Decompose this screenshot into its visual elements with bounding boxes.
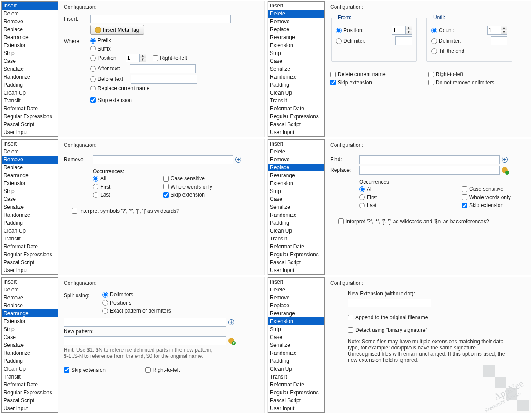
rule-list-item[interactable]: Delete — [268, 286, 324, 294]
rule-list-item[interactable]: Translit — [2, 373, 58, 381]
radio-from-position[interactable]: Position: — [336, 27, 364, 33]
rule-list-item[interactable]: Padding — [268, 219, 324, 227]
rule-list-item[interactable]: Pascal Script — [268, 258, 324, 266]
rule-list-item[interactable]: Strip — [2, 49, 58, 57]
rule-list-item[interactable]: Replace — [268, 164, 324, 171]
rule-list-item[interactable]: Clean Up — [2, 227, 58, 235]
rule-list-item[interactable]: Delete — [2, 286, 58, 294]
rule-list[interactable]: InsertDeleteRemoveReplaceRearrangeExtens… — [268, 277, 325, 413]
rule-list-item[interactable]: Padding — [2, 81, 58, 89]
meta-tag-icon[interactable] — [502, 167, 508, 173]
rule-list-item[interactable]: Remove — [2, 18, 58, 25]
rule-list-item[interactable]: Pascal Script — [2, 258, 58, 266]
after-text-input[interactable] — [130, 64, 196, 73]
rule-list-item[interactable]: Regular Expressions — [2, 251, 58, 258]
rule-list-item[interactable]: Padding — [2, 357, 58, 365]
checkbox-whole-words[interactable]: Whole words only — [462, 194, 511, 200]
radio-last[interactable]: Last — [359, 202, 377, 208]
rule-list-item[interactable]: Pascal Script — [2, 120, 58, 128]
rule-list-item[interactable]: Extension — [2, 179, 58, 187]
radio-before-text[interactable]: Before text: — [90, 75, 197, 84]
rule-list-item[interactable]: Case — [2, 333, 58, 341]
radio-until-count[interactable]: Count: — [431, 27, 454, 33]
rule-list-item[interactable]: Replace — [268, 302, 324, 309]
checkbox-whole-words[interactable]: Whole words only — [163, 184, 212, 190]
radio-first[interactable]: First — [93, 184, 110, 190]
checkbox-detect-binary[interactable]: Detect using "binary signature" — [348, 327, 427, 333]
rule-list-item[interactable]: Replace — [268, 25, 324, 33]
rule-list-item[interactable]: Clean Up — [268, 89, 324, 97]
from-delimiter-input[interactable] — [395, 36, 412, 45]
until-count-spinner[interactable]: ▲▼ — [487, 26, 507, 35]
rule-list-item[interactable]: Reformat Date — [268, 381, 324, 389]
rule-list-item[interactable]: Reformat Date — [268, 243, 324, 251]
rule-list-item[interactable]: User Input — [268, 128, 324, 136]
insert-text-input[interactable] — [90, 15, 231, 23]
radio-until-delimiter[interactable]: Delimiter: — [431, 38, 461, 44]
rule-list-item[interactable]: Insert — [268, 140, 324, 148]
radio-replace-current-name[interactable]: Replace current name — [90, 85, 149, 91]
rule-list-item[interactable]: Case — [2, 57, 58, 65]
rule-list-item[interactable]: Replace — [2, 164, 58, 171]
checkbox-right-to-left[interactable]: Right-to-left — [145, 367, 180, 373]
rule-list[interactable]: InsertDeleteRemoveReplaceRearrangeExtens… — [1, 277, 58, 413]
rule-list-item[interactable]: User Input — [2, 266, 58, 274]
checkbox-skip-extension[interactable]: Skip extension — [163, 192, 205, 198]
rule-list-item[interactable]: Padding — [2, 219, 58, 227]
checkbox-case-sensitive[interactable]: Case sensitive — [462, 186, 503, 192]
rule-list-item[interactable]: Delete — [2, 148, 58, 156]
rule-list-item[interactable]: Delete — [2, 10, 58, 18]
checkbox-append-original[interactable]: Append to the original filename — [348, 314, 428, 320]
rule-list-item[interactable]: Remove — [2, 294, 58, 302]
radio-all[interactable]: All — [93, 175, 106, 182]
rule-list-item[interactable]: Serialize — [2, 203, 58, 211]
rule-list-item[interactable]: Regular Expressions — [268, 113, 324, 120]
rule-list-item[interactable]: Serialize — [2, 65, 58, 73]
add-icon[interactable]: + — [502, 157, 508, 163]
radio-all[interactable]: All — [359, 186, 372, 192]
rule-list-item[interactable]: Translit — [268, 373, 324, 381]
until-delimiter-input[interactable] — [491, 36, 507, 45]
replace-input[interactable] — [359, 166, 500, 175]
rule-list-item[interactable]: User Input — [2, 128, 58, 136]
insert-meta-tag-button[interactable]: Insert Meta Tag — [90, 25, 144, 35]
rule-list-item[interactable]: Clean Up — [2, 365, 58, 373]
add-icon[interactable]: + — [235, 157, 241, 163]
rule-list-item[interactable]: Replace — [2, 25, 58, 33]
rule-list-item[interactable]: Pascal Script — [268, 397, 324, 404]
radio-position[interactable]: Position: ▲▼ Right-to-left — [90, 54, 187, 62]
meta-tag-icon[interactable] — [228, 338, 234, 344]
rule-list-item[interactable]: Serialize — [268, 65, 324, 73]
rule-list-item[interactable]: Pascal Script — [2, 397, 58, 404]
radio-delimiters[interactable]: Delimiters — [102, 291, 133, 298]
rule-list-item[interactable]: Insert — [2, 278, 58, 286]
rule-list-item[interactable]: Extension — [268, 317, 324, 325]
rule-list-item[interactable]: Remove — [268, 156, 324, 164]
radio-exact-pattern[interactable]: Exact pattern of delimiters — [102, 308, 171, 314]
rule-list-item[interactable]: Padding — [268, 357, 324, 365]
rule-list-item[interactable]: Strip — [2, 325, 58, 333]
checkbox-interpret-wildcards[interactable]: Interpret symbols '?', '*', '[', ']' as … — [72, 208, 179, 214]
checkbox-case-sensitive[interactable]: Case sensitive — [163, 175, 205, 182]
checkbox-interpret-wildcards[interactable]: Interpret '?', '*', '[', ']' as wildcard… — [338, 218, 489, 225]
rule-list-item[interactable]: Rearrange — [268, 33, 324, 41]
rule-list-item[interactable]: Insert — [2, 140, 58, 148]
rule-list[interactable]: InsertDeleteRemoveReplaceRearrangeExtens… — [268, 1, 325, 137]
rule-list-item[interactable]: Regular Expressions — [268, 251, 324, 258]
radio-first[interactable]: First — [359, 194, 377, 200]
before-text-input[interactable] — [131, 75, 197, 84]
rule-list-item[interactable]: Reformat Date — [268, 105, 324, 113]
rule-list-item[interactable]: Remove — [2, 156, 58, 164]
rule-list-item[interactable]: Regular Expressions — [2, 389, 58, 397]
rule-list-item[interactable]: User Input — [2, 404, 58, 412]
radio-from-delimiter[interactable]: Delimiter: — [336, 38, 366, 44]
rule-list-item[interactable]: Randomize — [268, 73, 324, 81]
radio-prefix[interactable]: Prefix — [90, 37, 111, 44]
radio-till-the-end[interactable]: Till the end — [431, 48, 464, 54]
checkbox-skip-extension[interactable]: Skip extension — [90, 97, 132, 103]
rule-list-item[interactable]: Reformat Date — [2, 105, 58, 113]
rule-list-item[interactable]: Translit — [268, 97, 324, 105]
rule-list-item[interactable]: Reformat Date — [2, 381, 58, 389]
rule-list-item[interactable]: Delete — [268, 148, 324, 156]
rule-list-item[interactable]: Regular Expressions — [268, 389, 324, 397]
